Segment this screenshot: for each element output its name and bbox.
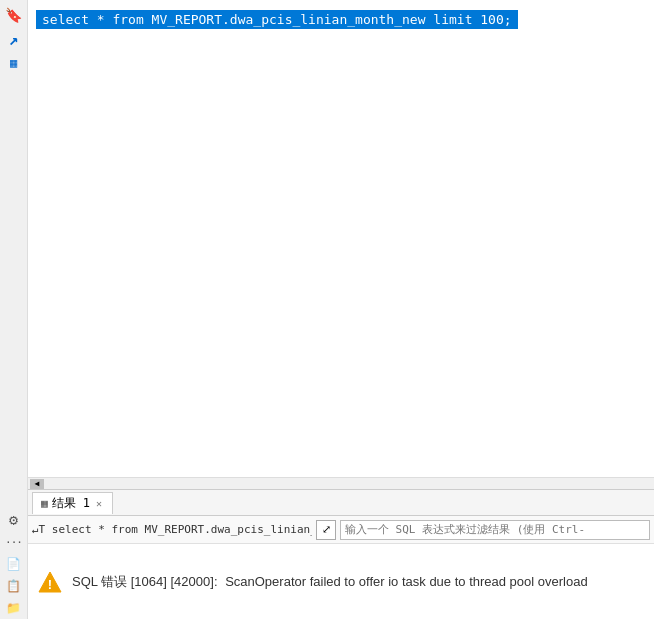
result-tab-close[interactable]: ✕ <box>94 497 104 510</box>
error-message: SQL 错误 [1064] [42000]: ScanOperator fail… <box>72 573 588 591</box>
gear-icon[interactable]: ⚙ <box>3 509 25 531</box>
file-icon-orange[interactable]: 📄 <box>3 553 25 575</box>
editor-area: select * from MV_REPORT.dwa_pcis_linian_… <box>28 0 654 489</box>
filter-sql-preview: ↵T select * from MV_REPORT.dwa_pcis_lini… <box>32 523 312 536</box>
error-detail: ScanOperator failed to offer io task due… <box>225 574 588 589</box>
result-tab-icon: ▦ <box>41 497 48 510</box>
bookmark-icon[interactable]: 🔖 <box>3 4 25 26</box>
table-icon[interactable]: ▦ <box>3 52 25 74</box>
left-sidebar: 🔖 ↗ ▦ ⚙ ··· 📄 📋 📁 <box>0 0 28 619</box>
editor-hscroll[interactable]: ◀ <box>28 477 654 489</box>
main-area: select * from MV_REPORT.dwa_pcis_linian_… <box>28 0 654 619</box>
filter-bar: ↵T select * from MV_REPORT.dwa_pcis_lini… <box>28 516 654 544</box>
error-area: ! SQL 错误 [1064] [42000]: ScanOperator fa… <box>28 544 654 619</box>
file-icon-blue[interactable]: 📋 <box>3 575 25 597</box>
sql-line-1: select * from MV_REPORT.dwa_pcis_linian_… <box>32 8 650 31</box>
sql-selected-text: select * from MV_REPORT.dwa_pcis_linian_… <box>36 10 518 29</box>
filter-expression-input[interactable] <box>340 520 650 540</box>
cursor-icon[interactable]: ↗ <box>3 28 25 50</box>
hscroll-left-arrow[interactable]: ◀ <box>30 479 44 489</box>
file-icon-gray[interactable]: 📁 <box>3 597 25 619</box>
filter-expand-btn[interactable]: ⤢ <box>316 520 336 540</box>
sidebar-gear-area: ⚙ ··· 📄 📋 📁 <box>3 509 25 619</box>
bottom-panel: ▦ 结果 1 ✕ ↵T select * from MV_REPORT.dwa_… <box>28 489 654 619</box>
tabs-bar: ▦ 结果 1 ✕ <box>28 490 654 516</box>
error-code: SQL 错误 [1064] [42000]: <box>72 574 218 589</box>
error-warning-icon: ! <box>38 570 62 594</box>
dots-icon[interactable]: ··· <box>3 531 25 553</box>
editor-content[interactable]: select * from MV_REPORT.dwa_pcis_linian_… <box>28 0 654 477</box>
svg-text:!: ! <box>48 577 52 592</box>
result-tab-1[interactable]: ▦ 结果 1 ✕ <box>32 492 113 514</box>
result-tab-label: 结果 1 <box>52 495 90 512</box>
